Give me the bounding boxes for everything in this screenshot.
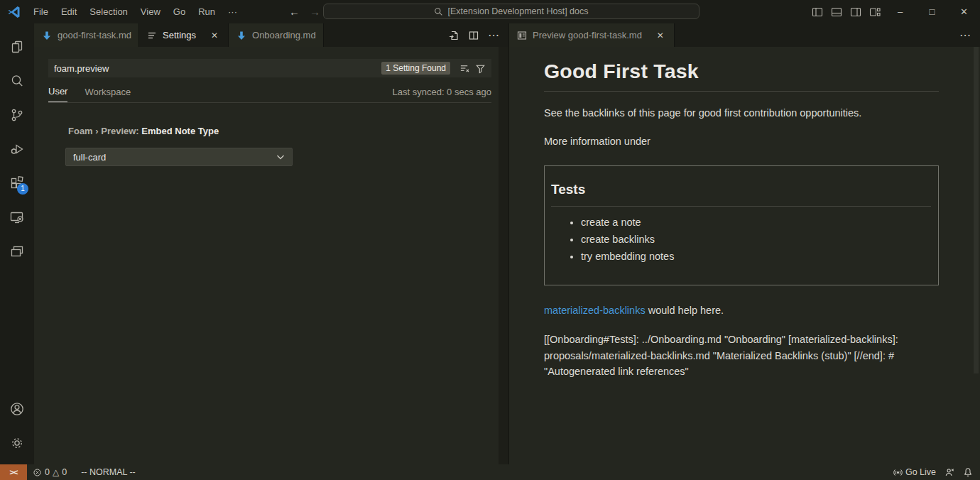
more-actions-icon[interactable]: ⋯: [959, 32, 971, 39]
status-bar: >< 0 △ 0 -- NORMAL -- Go Live: [0, 464, 980, 480]
menu-overflow[interactable]: ···: [222, 4, 244, 20]
preview-heading: Good First Task: [544, 60, 939, 92]
preview-paragraph: More information under: [544, 136, 939, 147]
customize-layout-icon[interactable]: [865, 2, 884, 21]
preview-paragraph: materialized-backlinks would help here.: [544, 305, 939, 316]
settings-gear-icon[interactable]: [0, 426, 34, 460]
menu-go[interactable]: Go: [167, 4, 192, 20]
warning-count: 0: [62, 467, 67, 477]
preview-scrollbar[interactable]: [974, 47, 979, 373]
right-tabs-bar: Preview good-first-task.md ✕ ⋯: [509, 23, 980, 47]
close-window-button[interactable]: ✕: [948, 0, 980, 23]
extensions-badge: 1: [17, 183, 28, 195]
go-live-button[interactable]: Go Live: [889, 464, 940, 480]
search-view-icon[interactable]: [0, 64, 34, 98]
split-editor-icon[interactable]: [468, 30, 479, 41]
run-debug-icon[interactable]: [0, 132, 34, 166]
problems-status[interactable]: 0 △ 0: [28, 464, 71, 480]
command-center-search[interactable]: [Extension Development Host] docs: [323, 4, 699, 19]
close-tab-icon[interactable]: ✕: [654, 29, 667, 42]
toggle-panel-icon[interactable]: [827, 2, 846, 21]
error-count: 0: [45, 467, 50, 477]
link-references-block: [[Onboarding#Tests]: ../Onboarding.md "O…: [544, 332, 939, 380]
more-actions-icon[interactable]: ⋯: [488, 32, 500, 39]
markdown-file-icon: [236, 30, 247, 41]
tab-good-first-task[interactable]: good-first-task.md: [34, 23, 139, 47]
tab-settings[interactable]: Settings ✕: [139, 23, 229, 47]
markdown-file-icon: [41, 30, 53, 41]
preview-paragraph: See the backlinks of this page for good …: [544, 107, 939, 119]
menu-selection[interactable]: Selection: [83, 4, 134, 20]
titlebar: File Edit Selection View Go Run ··· ← → …: [0, 0, 980, 23]
setting-item-embed-note-type: Foam › Preview: Embed Note Type full-car…: [48, 126, 508, 166]
notifications-bell-icon[interactable]: [959, 464, 977, 480]
embedded-note-list: create a note create backlinks try embed…: [551, 217, 931, 262]
settings-search-bar: 1 Setting Found: [48, 59, 491, 77]
menu-run[interactable]: Run: [192, 4, 222, 20]
editor-group-right: Preview good-first-task.md ✕ ⋯ Good Firs…: [509, 23, 980, 464]
source-control-icon[interactable]: [0, 98, 34, 132]
settings-search-input[interactable]: [54, 63, 381, 74]
setting-category: Foam › Preview:: [68, 126, 141, 136]
menu-view[interactable]: View: [134, 4, 167, 20]
results-count-badge: 1 Setting Found: [381, 62, 450, 75]
navigate-forward-icon[interactable]: →: [310, 6, 320, 18]
editor-group-left: good-first-task.md Settings ✕ Onboarding…: [34, 23, 508, 464]
editor-scroll-gutter[interactable]: [499, 47, 508, 464]
select-value: full-card: [73, 152, 106, 163]
windows-panel-icon[interactable]: [0, 234, 34, 268]
vim-mode-label: -- NORMAL --: [81, 467, 136, 477]
embed-note-type-select[interactable]: full-card: [65, 148, 293, 166]
close-tab-icon[interactable]: ✕: [208, 29, 221, 42]
feedback-icon[interactable]: [940, 464, 959, 480]
maximize-button[interactable]: □: [916, 0, 948, 23]
warnings-icon: △: [53, 467, 59, 477]
filter-icon[interactable]: [473, 61, 487, 75]
tab-preview-good-first-task[interactable]: Preview good-first-task.md ✕: [509, 23, 675, 47]
scope-tab-user[interactable]: User: [48, 86, 67, 102]
minimize-button[interactable]: –: [884, 0, 916, 23]
markdown-preview-icon: [516, 30, 528, 41]
setting-label: Embed Note Type: [141, 126, 219, 136]
settings-editor-icon: [146, 30, 158, 41]
tab-label: Settings: [163, 30, 196, 40]
navigate-back-icon[interactable]: ←: [289, 6, 300, 18]
explorer-icon[interactable]: [0, 30, 34, 64]
last-synced-label: Last synced: 0 secs ago: [393, 87, 491, 102]
remote-explorer-icon[interactable]: [0, 200, 34, 234]
embedded-note-title: Tests: [551, 182, 931, 207]
broadcast-icon: [893, 468, 903, 477]
toggle-primary-sidebar-icon[interactable]: [807, 2, 827, 21]
reference-line: [[Onboarding#Tests]: ../Onboarding.md "O…: [544, 332, 939, 348]
menu-edit[interactable]: Edit: [55, 4, 83, 20]
activity-bar: 1: [0, 23, 34, 464]
tab-label: good-first-task.md: [58, 30, 131, 40]
tab-onboarding[interactable]: Onboarding.md: [229, 23, 324, 47]
left-tabs-bar: good-first-task.md Settings ✕ Onboarding…: [34, 23, 508, 47]
accounts-icon[interactable]: [0, 392, 34, 426]
chevron-down-icon: [276, 154, 285, 160]
scope-tab-workspace[interactable]: Workspace: [85, 87, 131, 102]
vim-mode-status[interactable]: -- NORMAL --: [77, 464, 140, 480]
list-item: try embedding notes: [581, 251, 931, 262]
settings-scope-tabs: User Workspace Last synced: 0 secs ago: [48, 86, 491, 103]
errors-icon: [33, 468, 42, 477]
tab-label: Preview good-first-task.md: [533, 30, 642, 40]
extensions-icon[interactable]: 1: [0, 166, 34, 200]
workbench: 1: [0, 23, 980, 464]
list-item: create a note: [581, 217, 931, 228]
open-settings-json-icon[interactable]: [448, 30, 459, 41]
embedded-note-card: Tests create a note create backlinks try…: [544, 165, 939, 285]
setting-title: Foam › Preview: Embed Note Type: [68, 126, 508, 136]
vscode-logo-icon: [7, 5, 21, 19]
remote-indicator[interactable]: ><: [0, 464, 27, 480]
reference-line: "Autogenerated link references": [544, 364, 939, 380]
settings-editor: 1 Setting Found User Workspace Last sync…: [34, 47, 508, 464]
materialized-backlinks-link[interactable]: materialized-backlinks: [544, 305, 646, 316]
command-center-label: [Extension Development Host] docs: [447, 6, 588, 16]
clear-search-icon[interactable]: [457, 61, 472, 75]
link-tail-text: would help here.: [646, 305, 724, 316]
reference-line: proposals/materialized-backlinks.md "Mat…: [544, 348, 939, 364]
toggle-secondary-sidebar-icon[interactable]: [846, 2, 865, 21]
menu-file[interactable]: File: [27, 4, 55, 20]
